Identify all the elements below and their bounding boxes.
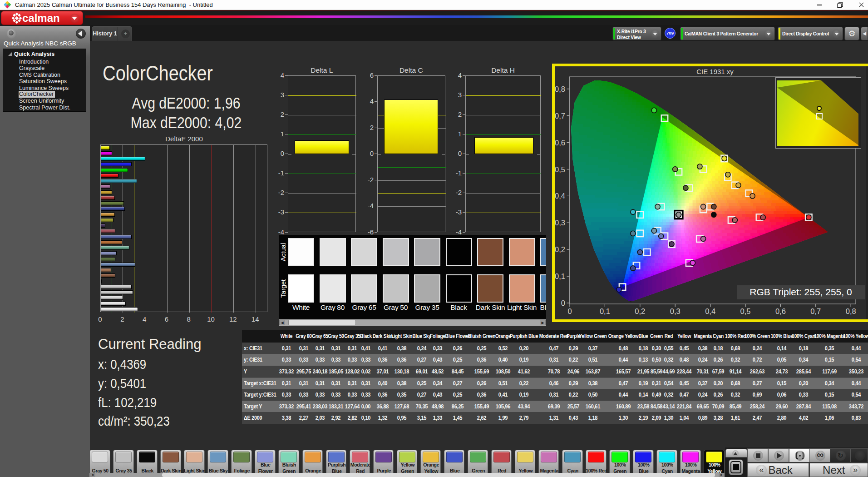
svg-text:0,7: 0,7 — [555, 112, 565, 120]
svg-text:0,4: 0,4 — [555, 192, 565, 200]
svg-text:0,1: 0,1 — [600, 307, 610, 315]
svg-text:0,8: 0,8 — [555, 85, 565, 93]
svg-text:0,5: 0,5 — [740, 307, 751, 315]
svg-text:0,6: 0,6 — [775, 307, 786, 315]
svg-text:0,4: 0,4 — [705, 307, 715, 315]
svg-text:0,7: 0,7 — [810, 307, 821, 315]
svg-text:0,8: 0,8 — [846, 307, 856, 315]
svg-text:0: 0 — [561, 299, 565, 307]
svg-text:0,5: 0,5 — [555, 165, 565, 174]
svg-text:0,3: 0,3 — [670, 307, 681, 315]
svg-text:0,3: 0,3 — [555, 219, 565, 227]
svg-text:0,2: 0,2 — [635, 307, 645, 315]
svg-text:CIE 1931 xy: CIE 1931 xy — [696, 68, 734, 75]
svg-text:0: 0 — [567, 307, 572, 315]
svg-text:0,2: 0,2 — [555, 245, 565, 253]
svg-text:0,1: 0,1 — [555, 272, 565, 280]
svg-text:0,6: 0,6 — [555, 139, 565, 147]
